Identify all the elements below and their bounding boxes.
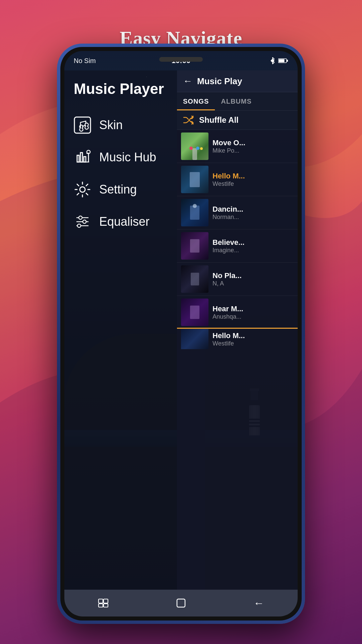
song-item-2[interactable]: Hello M... Westlife	[177, 163, 298, 196]
panel-back-icon[interactable]: ←	[183, 76, 192, 87]
speaker-grill	[159, 57, 203, 62]
tab-songs[interactable]: SONGS	[177, 92, 215, 110]
nav-recent-apps[interactable]	[93, 594, 113, 612]
panel-header: ← Music Play	[177, 70, 298, 92]
bluetooth-icon	[269, 57, 276, 64]
song-artist-3: Norman...	[213, 214, 294, 221]
song-thumb-7	[181, 329, 208, 349]
song-artist-2: Westlife	[213, 180, 294, 187]
svg-point-5	[80, 187, 85, 192]
music-hub-icon	[74, 149, 91, 166]
carrier-text: No Sim	[74, 57, 96, 65]
song-name-5: No Pla...	[213, 271, 294, 280]
song-name-6: Hear M...	[213, 305, 294, 313]
panel-tabs: SONGS ALBUMS	[177, 92, 298, 111]
song-item-7[interactable]: Hello M... Westlife	[177, 329, 298, 349]
svg-rect-2	[279, 59, 285, 62]
svg-rect-15	[104, 604, 108, 607]
song-info-4: Believe... Imagine...	[213, 238, 294, 254]
svg-rect-14	[99, 604, 103, 607]
sidebar-label-equaliser: Equaliser	[99, 215, 149, 229]
shuffle-row[interactable]: Shuffle All	[177, 111, 298, 130]
sidebar-label-music-hub: Music Hub	[99, 150, 156, 164]
equaliser-icon	[74, 213, 91, 230]
shuffle-icon	[183, 115, 194, 125]
sidebar-label-setting: Setting	[99, 182, 137, 197]
songs-panel: ← Music Play SONGS ALBUMS	[177, 70, 298, 590]
song-item-6[interactable]: Hear M... Anushqa...	[177, 296, 298, 329]
songs-list: Move O... Mike Po...	[177, 130, 298, 590]
song-artist-4: Imagine...	[213, 247, 294, 254]
battery-icon	[278, 58, 288, 63]
song-info-1: Move O... Mike Po...	[213, 139, 294, 154]
nav-home[interactable]	[171, 594, 191, 612]
sidebar-label-skin: Skin	[99, 118, 123, 132]
music-note-box-icon	[74, 116, 91, 134]
svg-rect-1	[287, 60, 288, 62]
song-name-2: Hello M...	[213, 172, 294, 180]
song-item-1[interactable]: Move O... Mike Po...	[177, 130, 298, 163]
song-thumb-3	[181, 199, 208, 226]
song-name-3: Dancin...	[213, 205, 294, 214]
song-thumb-6	[181, 299, 208, 326]
status-icons	[269, 57, 288, 64]
song-item-3[interactable]: Dancin... Norman...	[177, 196, 298, 229]
song-artist-1: Mike Po...	[213, 147, 294, 154]
svg-point-11	[77, 224, 81, 227]
shuffle-text: Shuffle All	[199, 115, 239, 125]
song-thumb-4	[181, 232, 208, 260]
song-artist-7: Westlife	[213, 340, 294, 347]
song-thumb-1	[181, 132, 208, 160]
gear-icon	[74, 181, 91, 198]
song-name-4: Believe...	[213, 238, 294, 247]
song-thumb-2	[181, 166, 208, 193]
bottom-nav: ←	[64, 590, 298, 616]
svg-rect-12	[99, 599, 103, 603]
song-item-4[interactable]: Believe... Imagine...	[177, 229, 298, 263]
song-artist-6: Anushqa...	[213, 313, 294, 320]
svg-rect-16	[177, 599, 185, 607]
panel-title: Music Play	[197, 76, 242, 87]
song-artist-5: N, A	[213, 280, 294, 287]
song-name-7: Hello M...	[213, 331, 294, 340]
song-info-2: Hello M... Westlife	[213, 172, 294, 187]
song-name-1: Move O...	[213, 139, 294, 147]
tab-albums[interactable]: ALBUMS	[215, 92, 258, 110]
svg-rect-13	[104, 599, 108, 603]
song-item-5[interactable]: No Pla... N, A	[177, 263, 298, 296]
svg-point-10	[83, 220, 86, 223]
nav-back[interactable]: ←	[249, 594, 269, 612]
song-info-5: No Pla... N, A	[213, 271, 294, 287]
song-thumb-5	[181, 265, 208, 293]
svg-point-9	[79, 216, 82, 219]
song-info-3: Dancin... Norman...	[213, 205, 294, 221]
song-info-6: Hear M... Anushqa...	[213, 305, 294, 320]
song-info-7: Hello M... Westlife	[213, 331, 294, 347]
